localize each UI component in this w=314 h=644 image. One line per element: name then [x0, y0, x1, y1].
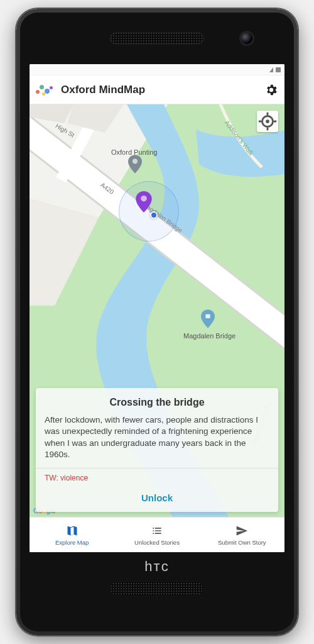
phone-chin: hтc [20, 552, 294, 631]
svg-point-6 [141, 196, 147, 202]
place-label-magdalen-bridge: Magdalen Bridge [183, 332, 236, 340]
status-bar [30, 64, 284, 75]
svg-point-9 [266, 119, 269, 123]
nav-label-unlocked: Unlocked Stories [134, 539, 180, 546]
phone-top-hardware [20, 13, 294, 64]
device-screen: Oxford MindMap [30, 64, 284, 552]
app-logo-icon [36, 84, 55, 96]
card-divider [36, 468, 278, 469]
story-pin-selected[interactable] [136, 191, 152, 213]
nav-tab-submit[interactable]: Submit Own Story [200, 518, 284, 552]
svg-point-5 [133, 158, 138, 164]
crosshair-icon [257, 111, 278, 132]
app-header: Oxford MindMap [30, 75, 284, 104]
nav-tab-unlocked[interactable]: Unlocked Stories [114, 518, 199, 552]
unlock-button[interactable]: Unlock [45, 485, 269, 512]
battery-icon [276, 67, 281, 72]
nav-tab-explore[interactable]: Explore Map [30, 518, 114, 552]
bottom-nav: Explore Map Unlocked Stories Submit Own … [30, 517, 284, 552]
map-view[interactable]: High St A420 Magdalen Bridge Addison's W… [30, 104, 284, 517]
phone-brand-logo: hтc [144, 558, 169, 575]
story-card: Crossing the bridge After lockdown, with… [36, 388, 278, 512]
svg-rect-7 [205, 314, 210, 318]
map-pin-icon [128, 155, 142, 174]
phone-inner: Oxford MindMap [20, 13, 294, 631]
app-title: Oxford MindMap [55, 84, 264, 96]
list-icon [151, 525, 163, 537]
gear-icon [264, 83, 278, 97]
trigger-warning-label: TW: violence [45, 474, 269, 482]
map-icon [66, 525, 78, 537]
map-pin-icon [136, 191, 152, 213]
nav-label-submit: Submit Own Story [218, 539, 266, 546]
front-camera [241, 33, 252, 44]
settings-button[interactable] [264, 83, 278, 97]
send-icon [236, 525, 248, 537]
poi-pin-punting[interactable] [128, 155, 142, 174]
locate-me-button[interactable] [257, 111, 278, 132]
phone-frame: Oxford MindMap [16, 9, 298, 635]
poi-pin-magdalen-bridge[interactable] [201, 309, 215, 328]
earpiece-speaker [110, 32, 204, 45]
bottom-speaker [110, 582, 204, 595]
story-excerpt: After lockdown, with fewer cars, people … [45, 414, 269, 460]
nav-label-explore: Explore Map [55, 539, 89, 546]
cell-signal-icon [269, 67, 273, 72]
user-location-dot [150, 211, 158, 219]
map-pin-icon [201, 309, 215, 328]
story-title: Crossing the bridge [45, 397, 269, 408]
